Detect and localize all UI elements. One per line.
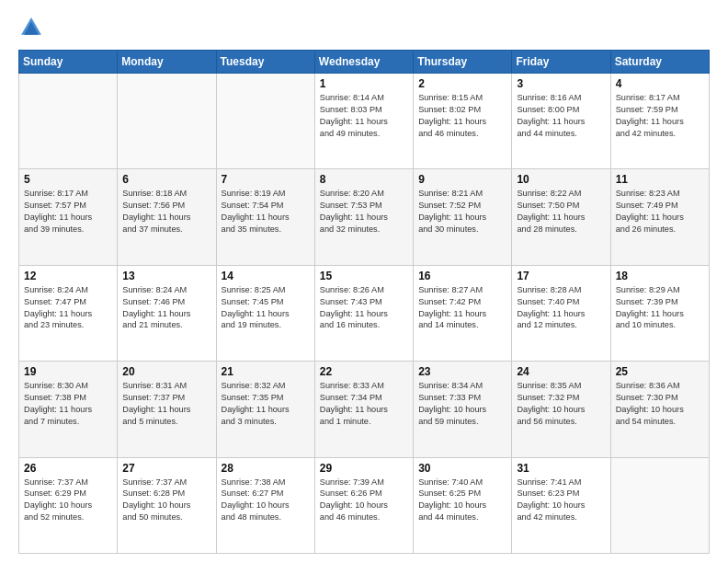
calendar-cell: 29Sunrise: 7:39 AM Sunset: 6:26 PM Dayli… [314, 457, 413, 553]
calendar-cell: 1Sunrise: 8:14 AM Sunset: 8:03 PM Daylig… [314, 74, 413, 169]
day-info: Sunrise: 8:35 AM Sunset: 7:32 PM Dayligh… [517, 380, 605, 428]
day-number: 31 [517, 462, 605, 475]
day-info: Sunrise: 8:24 AM Sunset: 7:46 PM Dayligh… [122, 284, 210, 332]
calendar-cell: 3Sunrise: 8:16 AM Sunset: 8:00 PM Daylig… [512, 74, 610, 169]
calendar-cell: 10Sunrise: 8:22 AM Sunset: 7:50 PM Dayli… [512, 169, 610, 265]
calendar-cell: 14Sunrise: 8:25 AM Sunset: 7:45 PM Dayli… [216, 265, 314, 361]
calendar-cell [118, 74, 216, 169]
day-number: 19 [24, 365, 112, 378]
weekday-header-sunday: Sunday [19, 51, 118, 74]
calendar-cell: 20Sunrise: 8:31 AM Sunset: 7:37 PM Dayli… [118, 362, 216, 457]
weekday-header-monday: Monday [118, 51, 216, 74]
day-number: 4 [616, 77, 704, 90]
day-info: Sunrise: 8:31 AM Sunset: 7:37 PM Dayligh… [122, 380, 210, 428]
day-number: 8 [320, 173, 408, 186]
weekday-header-saturday: Saturday [610, 51, 709, 74]
calendar-week-row: 12Sunrise: 8:24 AM Sunset: 7:47 PM Dayli… [19, 265, 710, 361]
weekday-header-tuesday: Tuesday [216, 51, 314, 74]
day-info: Sunrise: 7:39 AM Sunset: 6:26 PM Dayligh… [320, 477, 408, 524]
day-info: Sunrise: 8:20 AM Sunset: 7:53 PM Dayligh… [320, 188, 408, 236]
day-info: Sunrise: 8:16 AM Sunset: 8:00 PM Dayligh… [517, 92, 605, 140]
day-number: 30 [418, 462, 506, 475]
day-number: 25 [616, 365, 704, 378]
calendar-cell: 7Sunrise: 8:19 AM Sunset: 7:54 PM Daylig… [216, 169, 314, 265]
day-number: 16 [418, 270, 506, 282]
day-info: Sunrise: 8:30 AM Sunset: 7:38 PM Dayligh… [24, 380, 112, 428]
calendar-cell: 30Sunrise: 7:40 AM Sunset: 6:25 PM Dayli… [414, 457, 512, 553]
day-number: 11 [616, 173, 704, 186]
weekday-header-wednesday: Wednesday [314, 51, 413, 74]
calendar-cell: 17Sunrise: 8:28 AM Sunset: 7:40 PM Dayli… [512, 265, 610, 361]
day-number: 24 [517, 365, 605, 378]
day-number: 13 [122, 270, 210, 282]
calendar-cell: 23Sunrise: 8:34 AM Sunset: 7:33 PM Dayli… [414, 362, 512, 457]
day-info: Sunrise: 7:37 AM Sunset: 6:29 PM Dayligh… [24, 477, 112, 524]
day-info: Sunrise: 8:29 AM Sunset: 7:39 PM Dayligh… [616, 284, 704, 332]
day-info: Sunrise: 7:38 AM Sunset: 6:27 PM Dayligh… [222, 477, 310, 524]
calendar-table: SundayMondayTuesdayWednesdayThursdayFrid… [18, 50, 710, 554]
day-info: Sunrise: 8:26 AM Sunset: 7:43 PM Dayligh… [320, 284, 408, 332]
day-info: Sunrise: 8:23 AM Sunset: 7:49 PM Dayligh… [616, 188, 704, 236]
calendar-cell: 24Sunrise: 8:35 AM Sunset: 7:32 PM Dayli… [512, 362, 610, 457]
calendar-cell: 15Sunrise: 8:26 AM Sunset: 7:43 PM Dayli… [314, 265, 413, 361]
day-number: 17 [517, 270, 605, 282]
calendar-cell: 31Sunrise: 7:41 AM Sunset: 6:23 PM Dayli… [512, 457, 610, 553]
calendar-cell: 2Sunrise: 8:15 AM Sunset: 8:02 PM Daylig… [414, 74, 512, 169]
calendar-week-row: 26Sunrise: 7:37 AM Sunset: 6:29 PM Dayli… [19, 457, 710, 553]
calendar-cell: 5Sunrise: 8:17 AM Sunset: 7:57 PM Daylig… [19, 169, 118, 265]
day-number: 23 [418, 365, 506, 378]
calendar-cell: 22Sunrise: 8:33 AM Sunset: 7:34 PM Dayli… [314, 362, 413, 457]
day-number: 7 [222, 173, 310, 186]
day-number: 26 [24, 462, 112, 475]
calendar-cell: 6Sunrise: 8:18 AM Sunset: 7:56 PM Daylig… [118, 169, 216, 265]
day-number: 22 [320, 365, 408, 378]
day-info: Sunrise: 7:40 AM Sunset: 6:25 PM Dayligh… [418, 477, 506, 524]
calendar-cell: 26Sunrise: 7:37 AM Sunset: 6:29 PM Dayli… [19, 457, 118, 553]
day-info: Sunrise: 8:32 AM Sunset: 7:35 PM Dayligh… [222, 380, 310, 428]
calendar-cell [19, 74, 118, 169]
day-info: Sunrise: 8:24 AM Sunset: 7:47 PM Dayligh… [24, 284, 112, 332]
header [18, 15, 710, 40]
calendar-cell: 13Sunrise: 8:24 AM Sunset: 7:46 PM Dayli… [118, 265, 216, 361]
day-number: 9 [418, 173, 506, 186]
day-info: Sunrise: 8:17 AM Sunset: 7:59 PM Dayligh… [616, 92, 704, 140]
calendar-cell: 25Sunrise: 8:36 AM Sunset: 7:30 PM Dayli… [610, 362, 709, 457]
calendar-cell: 18Sunrise: 8:29 AM Sunset: 7:39 PM Dayli… [610, 265, 709, 361]
calendar-week-row: 19Sunrise: 8:30 AM Sunset: 7:38 PM Dayli… [19, 362, 710, 457]
day-info: Sunrise: 8:15 AM Sunset: 8:02 PM Dayligh… [418, 92, 506, 140]
weekday-header-thursday: Thursday [414, 51, 512, 74]
calendar-cell: 11Sunrise: 8:23 AM Sunset: 7:49 PM Dayli… [610, 169, 709, 265]
calendar-cell [216, 74, 314, 169]
day-info: Sunrise: 8:17 AM Sunset: 7:57 PM Dayligh… [24, 188, 112, 236]
day-number: 18 [616, 270, 704, 282]
calendar-cell: 9Sunrise: 8:21 AM Sunset: 7:52 PM Daylig… [414, 169, 512, 265]
calendar-cell: 4Sunrise: 8:17 AM Sunset: 7:59 PM Daylig… [610, 74, 709, 169]
day-info: Sunrise: 8:27 AM Sunset: 7:42 PM Dayligh… [418, 284, 506, 332]
day-number: 29 [320, 462, 408, 475]
logo-icon [18, 15, 44, 40]
day-number: 15 [320, 270, 408, 282]
day-info: Sunrise: 8:34 AM Sunset: 7:33 PM Dayligh… [418, 380, 506, 428]
weekday-header-friday: Friday [512, 51, 610, 74]
calendar-week-row: 1Sunrise: 8:14 AM Sunset: 8:03 PM Daylig… [19, 74, 710, 169]
day-info: Sunrise: 8:33 AM Sunset: 7:34 PM Dayligh… [320, 380, 408, 428]
calendar-cell: 16Sunrise: 8:27 AM Sunset: 7:42 PM Dayli… [414, 265, 512, 361]
day-number: 27 [122, 462, 210, 475]
weekday-header-row: SundayMondayTuesdayWednesdayThursdayFrid… [19, 51, 710, 74]
day-info: Sunrise: 8:18 AM Sunset: 7:56 PM Dayligh… [122, 188, 210, 236]
day-info: Sunrise: 7:41 AM Sunset: 6:23 PM Dayligh… [517, 477, 605, 524]
calendar-cell: 19Sunrise: 8:30 AM Sunset: 7:38 PM Dayli… [19, 362, 118, 457]
day-number: 12 [24, 270, 112, 282]
day-info: Sunrise: 8:36 AM Sunset: 7:30 PM Dayligh… [616, 380, 704, 428]
day-number: 1 [320, 77, 408, 90]
day-info: Sunrise: 8:25 AM Sunset: 7:45 PM Dayligh… [222, 284, 310, 332]
day-number: 28 [222, 462, 310, 475]
day-info: Sunrise: 8:22 AM Sunset: 7:50 PM Dayligh… [517, 188, 605, 236]
day-info: Sunrise: 8:14 AM Sunset: 8:03 PM Dayligh… [320, 92, 408, 140]
day-number: 10 [517, 173, 605, 186]
day-number: 21 [222, 365, 310, 378]
day-number: 2 [418, 77, 506, 90]
day-info: Sunrise: 8:28 AM Sunset: 7:40 PM Dayligh… [517, 284, 605, 332]
calendar-cell [610, 457, 709, 553]
calendar-cell: 28Sunrise: 7:38 AM Sunset: 6:27 PM Dayli… [216, 457, 314, 553]
